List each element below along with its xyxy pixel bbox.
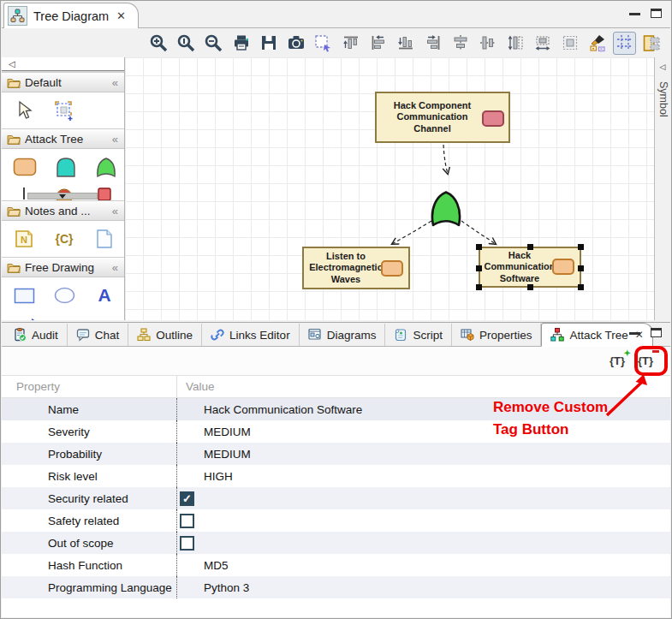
pin-icon[interactable]: « <box>112 77 118 88</box>
print-icon[interactable] <box>229 32 253 55</box>
tab-label: Chat <box>95 329 120 342</box>
folder-icon <box>7 134 21 145</box>
selection-handle[interactable] <box>476 244 482 250</box>
palette-section-default[interactable]: Default « <box>2 72 124 92</box>
align-right-icon[interactable] <box>421 32 444 55</box>
selection-handle[interactable] <box>476 284 482 290</box>
tab-label: Links Editor <box>229 329 290 342</box>
node-listen-to-electromagnetic-waves[interactable]: Listen to Electromagnetic Waves <box>302 247 410 289</box>
minimize-icon[interactable] <box>629 331 640 335</box>
tab-outline[interactable]: Outline <box>128 324 202 346</box>
table-row[interactable]: Out of scope <box>2 532 670 554</box>
arrow-tool[interactable] <box>13 317 39 320</box>
match-size-icon[interactable] <box>503 32 526 55</box>
property-value[interactable]: HIGH <box>177 465 670 487</box>
rectangle-tool[interactable] <box>13 288 35 304</box>
script-icon <box>394 328 407 342</box>
pin-icon[interactable]: « <box>112 134 118 145</box>
selection-handle[interactable] <box>578 265 584 271</box>
tab-chat[interactable]: Chat <box>68 324 129 346</box>
format-painter-icon[interactable] <box>586 32 609 55</box>
palette-scroll-down[interactable] <box>27 193 98 199</box>
property-name: Risk level <box>2 465 177 487</box>
palette-row-attack-tree-2 <box>2 185 124 200</box>
palette-section-attack-tree[interactable]: Attack Tree « <box>2 128 124 149</box>
tab-properties[interactable]: Properties <box>452 324 542 346</box>
align-middle-vertical-icon[interactable] <box>476 32 499 55</box>
table-row[interactable]: Security related <box>2 487 670 509</box>
selection-handle[interactable] <box>578 244 584 250</box>
out-of-scope-checkbox[interactable] <box>180 536 194 551</box>
maximize-icon[interactable] <box>651 328 662 337</box>
tree-node-tool[interactable] <box>13 158 37 176</box>
table-row[interactable]: Hash Function MD5 <box>2 554 670 576</box>
safety-related-checkbox[interactable] <box>180 514 194 528</box>
palette-row-default <box>2 92 124 128</box>
zoom-out-icon[interactable] <box>202 32 225 55</box>
ellipse-tool[interactable] <box>53 287 75 304</box>
maximize-icon[interactable] <box>651 9 662 18</box>
tab-links-editor[interactable]: Links Editor <box>202 324 300 346</box>
or-gate-tool[interactable] <box>95 157 117 177</box>
tab-close-icon[interactable]: ✕ <box>116 9 126 22</box>
toggle-grid-icon[interactable] <box>613 32 636 55</box>
select-cursor-tool[interactable] <box>13 100 35 121</box>
security-related-checkbox[interactable] <box>180 491 194 506</box>
auto-layout-icon[interactable] <box>640 32 663 55</box>
palette-row-free-drawing: A <box>2 277 124 313</box>
diagram-canvas[interactable]: Hack Component Communication Channel Lis… <box>125 57 657 320</box>
document-tool[interactable] <box>93 229 116 249</box>
and-gate-tool[interactable] <box>55 157 77 177</box>
select-region-icon[interactable] <box>312 32 335 55</box>
tab-audit[interactable]: Audit <box>4 324 68 346</box>
note-tool[interactable]: N <box>13 229 35 248</box>
editor-tab-bar: Tree Diagram ✕ <box>2 3 670 28</box>
minimize-icon[interactable] <box>629 12 640 15</box>
screenshot-icon[interactable] <box>284 32 307 55</box>
tab-script[interactable]: Script <box>385 324 452 346</box>
symbol-panel-collapsed[interactable]: ◁ Symbol <box>654 57 670 320</box>
palette-section-notes[interactable]: Notes and ... « <box>2 200 124 221</box>
text-tool[interactable]: A <box>93 285 116 306</box>
snap-to-geometry-icon[interactable] <box>558 32 581 55</box>
node-hack-communication-software[interactable]: Hack Communication Software <box>479 247 581 288</box>
table-row[interactable]: Programming Language Python 3 <box>2 576 670 598</box>
palette-section-free-drawing[interactable]: Free Drawing « <box>2 257 124 277</box>
selection-handle[interactable] <box>578 284 584 290</box>
table-row[interactable]: Risk level HIGH <box>2 465 670 487</box>
severity-badge-red[interactable] <box>482 110 504 127</box>
marquee-selection-tool[interactable] <box>53 100 75 121</box>
property-value[interactable]: MEDIUM <box>177 443 670 465</box>
node-hack-component-communication-channel[interactable]: Hack Component Communication Channel <box>375 92 510 143</box>
selection-handle[interactable] <box>527 284 533 290</box>
severity-badge-orange[interactable] <box>552 259 574 275</box>
or-gate-shape[interactable] <box>432 193 460 226</box>
selection-handle[interactable] <box>476 265 482 271</box>
selection-handle[interactable] <box>527 244 533 250</box>
tab-tree-diagram[interactable]: Tree Diagram ✕ <box>3 3 139 28</box>
table-header: Property Value <box>2 376 670 398</box>
expand-arrow-icon[interactable]: ◁ <box>655 57 670 71</box>
align-left-icon[interactable] <box>366 32 390 55</box>
zoom-original-icon[interactable] <box>175 32 198 55</box>
align-center-horizontal-icon[interactable] <box>449 32 472 55</box>
table-row[interactable]: Probability MEDIUM <box>2 443 670 465</box>
pin-icon[interactable]: « <box>112 262 118 273</box>
palette-collapse-button[interactable]: ◁ <box>2 57 124 72</box>
tab-diagrams[interactable]: Diagrams <box>300 324 386 346</box>
align-top-icon[interactable] <box>339 32 362 55</box>
property-value[interactable]: Python 3 <box>177 576 670 598</box>
save-icon[interactable] <box>257 32 280 55</box>
distribute-horizontal-icon[interactable] <box>531 32 554 55</box>
zoom-in-icon[interactable] <box>147 32 170 55</box>
pin-icon[interactable]: « <box>112 205 118 217</box>
add-custom-tag-button[interactable]: {T}✦ <box>607 352 627 370</box>
property-value[interactable]: MD5 <box>177 554 670 576</box>
table-row[interactable]: Safety related <box>2 509 670 532</box>
constraint-tool[interactable]: {C} <box>53 232 75 246</box>
column-header-property[interactable]: Property <box>2 376 177 397</box>
align-bottom-icon[interactable] <box>394 32 417 55</box>
add-plus-icon: ✦ <box>624 348 631 358</box>
tab-label: Tree Diagram <box>33 9 109 23</box>
severity-badge-orange[interactable] <box>381 260 403 277</box>
